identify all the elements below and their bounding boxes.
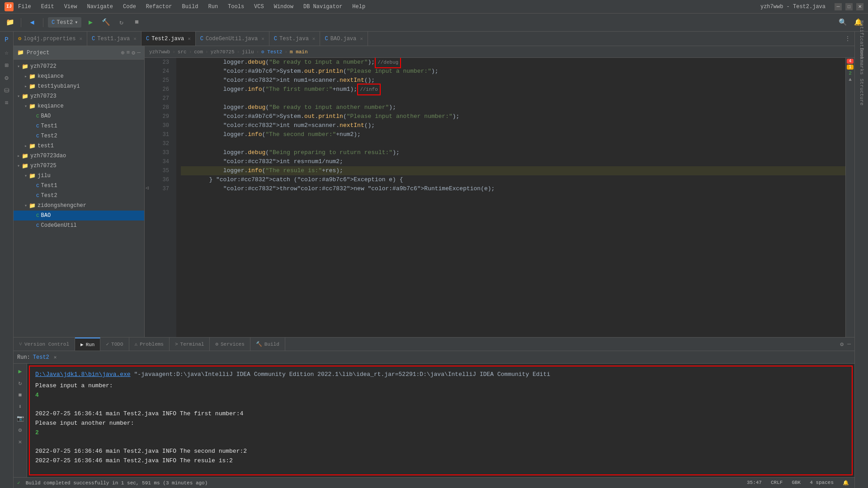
breadcrumb-main[interactable]: m main bbox=[290, 49, 308, 55]
stop-button[interactable]: ■ bbox=[130, 16, 143, 29]
menu-item-navigate[interactable]: Navigate bbox=[85, 3, 115, 11]
plugins-icon[interactable]: ⚙ bbox=[1, 72, 13, 84]
tree-item-test1[interactable]: CTest1 bbox=[14, 121, 144, 131]
tree-item-bao[interactable]: CBAO bbox=[14, 211, 144, 221]
tree-item-yzh70723dao[interactable]: ▸📁yzh70723dao bbox=[14, 151, 144, 161]
bottom-tab-problems[interactable]: ⚠Problems bbox=[129, 338, 170, 351]
run-scroll-down-btn[interactable]: ⬇ bbox=[15, 402, 25, 412]
menu-item-db-navigator[interactable]: DB Navigator bbox=[302, 3, 344, 11]
tree-item-keqiance[interactable]: ▸📁keqiance bbox=[14, 71, 144, 81]
menu-item-file[interactable]: File bbox=[16, 3, 33, 11]
collapse-icon[interactable]: ≡ bbox=[127, 49, 130, 56]
minimize-button[interactable]: ─ bbox=[835, 3, 842, 10]
bottom-minimize-icon[interactable]: — bbox=[847, 341, 851, 347]
hide-icon[interactable]: — bbox=[137, 49, 141, 56]
tab-CodeGenUtil-java[interactable]: CCodeGenUtil.java✕ bbox=[196, 32, 269, 46]
search-everywhere-button[interactable]: 🔍 bbox=[836, 16, 849, 29]
breadcrumb-yzh70725[interactable]: yzh70725 bbox=[211, 49, 235, 55]
tree-item-test2[interactable]: CTest2 bbox=[14, 131, 144, 141]
toolbar-project-btn[interactable]: 📁 bbox=[4, 16, 16, 29]
structure-panel-icon[interactable]: ⊞ bbox=[1, 59, 13, 71]
status-position[interactable]: 35:47 bbox=[745, 480, 764, 486]
menu-item-view[interactable]: View bbox=[62, 3, 79, 11]
tab-Test1-java[interactable]: CTest1.java✕ bbox=[87, 32, 142, 46]
run-stop-btn[interactable]: ■ bbox=[15, 390, 25, 400]
tab-close-BAO.java[interactable]: ✕ bbox=[360, 36, 363, 42]
menu-item-code[interactable]: Code bbox=[121, 3, 138, 11]
code-area[interactable]: logger.debug("Be ready to input a number… bbox=[176, 58, 845, 337]
menu-item-build[interactable]: Build bbox=[180, 3, 200, 11]
services-panel-icon[interactable]: ≡ bbox=[1, 97, 13, 109]
close-button[interactable]: ✕ bbox=[856, 3, 863, 10]
breadcrumb-jilu[interactable]: jilu bbox=[242, 49, 254, 55]
notifications-label[interactable]: Notifications bbox=[856, 34, 868, 46]
tree-item-yzh70725[interactable]: ▾📁yzh70725 bbox=[14, 161, 144, 171]
status-indent[interactable]: 4 spaces bbox=[808, 480, 835, 486]
run-play-btn[interactable]: ▶ bbox=[15, 366, 25, 376]
tree-item-test1yubianyi[interactable]: ▸📁test1yubianyi bbox=[14, 81, 144, 91]
scroll-up-icon[interactable]: ▲ bbox=[849, 77, 852, 82]
tab-close-Test2.java[interactable]: ✕ bbox=[188, 36, 191, 42]
menu-item-refactor[interactable]: Refactor bbox=[144, 3, 174, 11]
menu-item-vcs[interactable]: VCS bbox=[252, 3, 266, 11]
breadcrumb-test2[interactable]: ⊙ Test2 bbox=[261, 49, 282, 55]
menu-item-tools[interactable]: Tools bbox=[226, 3, 246, 11]
tab-close-Test.java[interactable]: ✕ bbox=[312, 36, 316, 42]
toolbar-run-config[interactable]: C Test2 ▾ bbox=[48, 17, 81, 28]
tree-item-yzh70722[interactable]: ▾📁yzh70722 bbox=[14, 61, 144, 71]
bottom-tab-run[interactable]: ▶Run bbox=[75, 338, 100, 351]
tree-item-test1[interactable]: ▸📁test1 bbox=[14, 141, 144, 151]
bottom-settings-icon[interactable]: ⚙ bbox=[840, 341, 844, 348]
menu-bar[interactable]: FileEditViewNavigateCodeRefactorBuildRun… bbox=[16, 3, 751, 11]
menu-item-window[interactable]: Window bbox=[272, 3, 295, 11]
tree-item-keqiance[interactable]: ▾📁keqiance bbox=[14, 101, 144, 111]
bottom-tab-build[interactable]: 🔨Build bbox=[250, 338, 285, 351]
breadcrumb-com[interactable]: com bbox=[194, 49, 203, 55]
tree-item-zidongshengcher[interactable]: ▾📁zidongshengcher bbox=[14, 201, 144, 211]
toolbar-back-btn[interactable]: ◀ bbox=[26, 16, 38, 29]
tree-item-yzh70723[interactable]: ▾📁yzh70723 bbox=[14, 91, 144, 101]
run-extra-btn[interactable]: ⚙ bbox=[15, 425, 25, 435]
menu-item-edit[interactable]: Edit bbox=[39, 3, 56, 11]
status-charset[interactable]: GBK bbox=[790, 480, 802, 486]
bottom-tab-services[interactable]: ⚙Services bbox=[210, 338, 250, 351]
tab-close-log4j.properties[interactable]: ✕ bbox=[79, 36, 82, 42]
breadcrumb-src[interactable]: src bbox=[178, 49, 187, 55]
run-settings-btn[interactable]: 📷 bbox=[15, 413, 25, 423]
gutter-bookmark[interactable]: ◁ bbox=[146, 185, 149, 191]
build-button[interactable]: 🔨 bbox=[99, 16, 112, 29]
tree-item-bao[interactable]: CBAO bbox=[14, 111, 144, 121]
db-browser-icon[interactable]: ⛁ bbox=[1, 84, 13, 96]
tabs-more-button[interactable]: ⋮ bbox=[841, 35, 854, 42]
project-icon[interactable]: P bbox=[1, 34, 13, 46]
run-tab-label[interactable]: Test2 bbox=[33, 354, 49, 361]
favorites-icon[interactable]: ☆ bbox=[1, 47, 13, 58]
bottom-tab-todo[interactable]: ✓TODO bbox=[100, 338, 129, 351]
status-notification-icon[interactable]: 🔔 bbox=[841, 480, 851, 486]
run-rerun-btn[interactable]: ↻ bbox=[15, 378, 25, 388]
reload-button[interactable]: ↻ bbox=[115, 16, 127, 29]
maximize-button[interactable]: □ bbox=[845, 3, 853, 10]
breadcrumb-yzh7wwb[interactable]: yzh7wwb bbox=[149, 49, 170, 55]
tab-close-Test1.java[interactable]: ✕ bbox=[133, 36, 137, 42]
tree-item-test2[interactable]: CTest2 bbox=[14, 191, 144, 201]
tree-item-codegenutil[interactable]: CCodeGenUtil bbox=[14, 221, 144, 230]
structure-label[interactable]: Structure bbox=[856, 86, 868, 98]
tab-Test-java[interactable]: CTest.java✕ bbox=[269, 32, 321, 46]
menu-item-run[interactable]: Run bbox=[206, 3, 220, 11]
tree-item-jilu[interactable]: ▾📁jilu bbox=[14, 171, 144, 181]
tab-Test2-java[interactable]: CTest2.java✕ bbox=[142, 32, 196, 46]
menu-item-help[interactable]: Help bbox=[350, 3, 367, 11]
run-output[interactable]: D:\Java\jdk1.8\bin\java.exe "-javaagent:… bbox=[29, 366, 853, 475]
bookmarks-label[interactable]: Bookmarks bbox=[856, 56, 868, 67]
tab-BAO-java[interactable]: CBAO.java✕ bbox=[320, 32, 368, 46]
run-command-link[interactable]: D:\Java\jdk1.8\bin\java.exe bbox=[35, 371, 131, 378]
bottom-tab-terminal[interactable]: >Terminal bbox=[170, 338, 210, 351]
tab-log4j-properties[interactable]: ⚙log4j.properties✕ bbox=[14, 32, 87, 46]
bottom-tab-version-control[interactable]: ⑂Version Control bbox=[14, 338, 75, 351]
window-controls[interactable]: ─ □ ✕ bbox=[835, 3, 863, 10]
status-crlf[interactable]: CRLF bbox=[769, 480, 784, 486]
run-button[interactable]: ▶ bbox=[84, 16, 97, 29]
run-tab-close[interactable]: ✕ bbox=[54, 354, 57, 360]
settings-icon[interactable]: ⚙ bbox=[132, 49, 135, 56]
